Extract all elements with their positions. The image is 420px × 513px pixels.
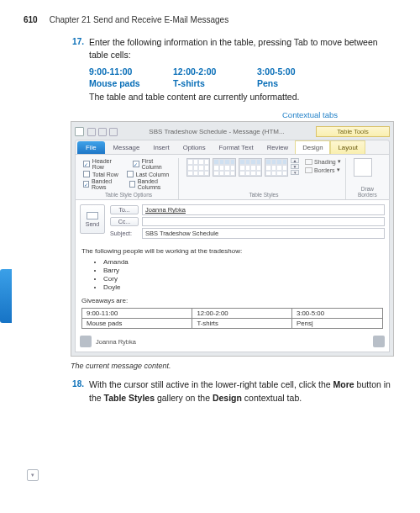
ribbon: File Message Insert Options Format Text …	[75, 140, 390, 200]
tab-insert[interactable]: Insert	[146, 141, 176, 154]
margin-hint-icon: ▾	[27, 469, 39, 481]
avatar	[373, 336, 385, 347]
envelope-icon	[87, 212, 98, 219]
list-item: Cory	[103, 275, 383, 283]
cell[interactable]: Mouse pads	[82, 319, 192, 329]
cell: 12:00-2:00	[173, 66, 257, 77]
more-styles-scroller[interactable]: ▲▼▾	[291, 158, 299, 175]
check-first-column[interactable]: ✓First Column	[133, 158, 174, 170]
tab-message[interactable]: Message	[107, 141, 147, 154]
contextual-tabs-callout: Contextual tabs	[24, 110, 338, 119]
cell[interactable]: 3:00-5:00	[292, 309, 383, 319]
cell[interactable]: T-shirts	[192, 319, 292, 329]
table-style-2[interactable]	[213, 158, 236, 177]
title-bar: SBS Tradeshow Schedule - Message (HTM...…	[75, 125, 390, 140]
table-style-1[interactable]	[186, 158, 210, 177]
contextual-tab-group: Table Tools	[316, 126, 390, 137]
page-number: 610	[24, 15, 38, 24]
subject-label: Subject:	[110, 229, 139, 238]
group-draw-borders: Draw Borders	[349, 158, 386, 199]
table-style-3[interactable]	[239, 158, 262, 177]
group-label: Draw Borders	[354, 184, 381, 198]
cc-field[interactable]	[142, 217, 385, 226]
cc-button[interactable]: Cc...	[110, 217, 139, 226]
table-row: 9:00-11:00 12:00-2:00 3:00-5:00	[82, 309, 383, 319]
table-style-4[interactable]	[265, 158, 288, 177]
qat-undo-icon[interactable]	[98, 128, 107, 136]
group-table-styles: ▲▼▾ Shading ▾ Borders ▾ Table Styles	[182, 158, 346, 199]
cell: 9:00-11:00	[89, 66, 173, 77]
cell[interactable]: 12:00-2:00	[192, 309, 292, 319]
cell[interactable]: Pens|	[292, 319, 383, 329]
contact-status-bar: Joanna Rybka	[80, 336, 385, 347]
tab-format-text[interactable]: Format Text	[213, 141, 260, 154]
window-title: SBS Tradeshow Schedule - Message (HTM...	[121, 128, 312, 135]
table-row: Mouse pads T-shirts Pens|	[82, 319, 383, 329]
chapter-title: Chapter 21 Send and Receive E-Mail Messa…	[50, 15, 228, 24]
schedule-table[interactable]: 9:00-11:00 12:00-2:00 3:00-5:00 Mouse pa…	[81, 308, 383, 329]
step-18: 18. With the cursor still active in the …	[69, 378, 396, 404]
check-banded-rows[interactable]: ✓Banded Rows	[83, 178, 121, 190]
ribbon-tabs: File Message Insert Options Format Text …	[76, 140, 389, 155]
to-button[interactable]: To...	[110, 205, 139, 214]
check-total-row[interactable]: Total Row	[83, 171, 118, 177]
body-intro: The following people will be working at …	[81, 247, 383, 255]
cell[interactable]: 9:00-11:00	[82, 309, 192, 319]
to-field[interactable]: Joanna Rybka	[142, 204, 385, 215]
group-label: Table Style Options	[83, 190, 174, 198]
tab-review[interactable]: Review	[260, 141, 296, 154]
outlook-window: SBS Tradeshow Schedule - Message (HTM...…	[71, 121, 394, 357]
page-thumb-tab	[0, 269, 12, 323]
figure-caption: The current message content.	[71, 362, 396, 370]
page-header: 610 Chapter 21 Send and Receive E-Mail M…	[24, 15, 396, 24]
step-17: 17. Enter the following information in t…	[69, 36, 396, 61]
qat-save-icon[interactable]	[87, 128, 96, 136]
subject-field[interactable]: SBS Tradeshow Schedule	[142, 228, 385, 239]
list-item: Amanda	[103, 258, 383, 267]
cell: 3:00-5:00	[257, 66, 341, 77]
tab-file[interactable]: File	[77, 141, 105, 154]
message-body[interactable]: The following people will be working at …	[80, 246, 385, 331]
cell: Pens	[257, 78, 341, 88]
cell: Mouse pads	[89, 78, 173, 88]
step-note: The table and table content are currentl…	[89, 92, 396, 102]
step-text: Enter the following information in the t…	[89, 36, 396, 61]
contact-name: Joanna Rybka	[96, 338, 136, 346]
draw-borders-icon[interactable]	[354, 158, 372, 177]
tab-layout[interactable]: Layout	[330, 140, 365, 154]
qat-redo-icon[interactable]	[109, 128, 118, 136]
quick-access-toolbar	[87, 128, 118, 136]
tab-options[interactable]: Options	[176, 141, 213, 154]
cell: T-shirts	[173, 78, 257, 88]
check-last-column[interactable]: Last Column	[127, 171, 169, 177]
app-icon	[75, 127, 84, 136]
step-number: 17.	[69, 36, 84, 61]
example-table-values: 9:00-11:00 12:00-2:00 3:00-5:00 Mouse pa…	[89, 66, 341, 88]
check-header-row[interactable]: ✓Header Row	[83, 158, 124, 170]
ribbon-body: ✓Header Row ✓First Column Total Row Last…	[76, 155, 389, 199]
step-text: With the cursor still active in the lowe…	[89, 378, 396, 404]
giveaways-line: Giveaways are:	[81, 297, 383, 304]
step-number: 18.	[69, 378, 84, 404]
list-item: Barry	[103, 267, 383, 275]
people-list: Amanda Barry Cory Doyle	[103, 258, 383, 292]
list-item: Doyle	[103, 283, 383, 292]
check-banded-columns[interactable]: Banded Columns	[129, 178, 174, 190]
avatar	[80, 336, 92, 347]
send-button[interactable]: Send	[80, 204, 105, 234]
tab-design[interactable]: Design	[295, 140, 330, 154]
group-table-style-options: ✓Header Row ✓First Column Total Row Last…	[79, 158, 179, 199]
group-label: Table Styles	[186, 190, 341, 198]
shading-button[interactable]: Shading ▾	[305, 158, 341, 165]
borders-button[interactable]: Borders ▾	[305, 167, 341, 173]
message-area: Send To... Joanna Rybka Cc... Subject: S…	[75, 200, 390, 352]
